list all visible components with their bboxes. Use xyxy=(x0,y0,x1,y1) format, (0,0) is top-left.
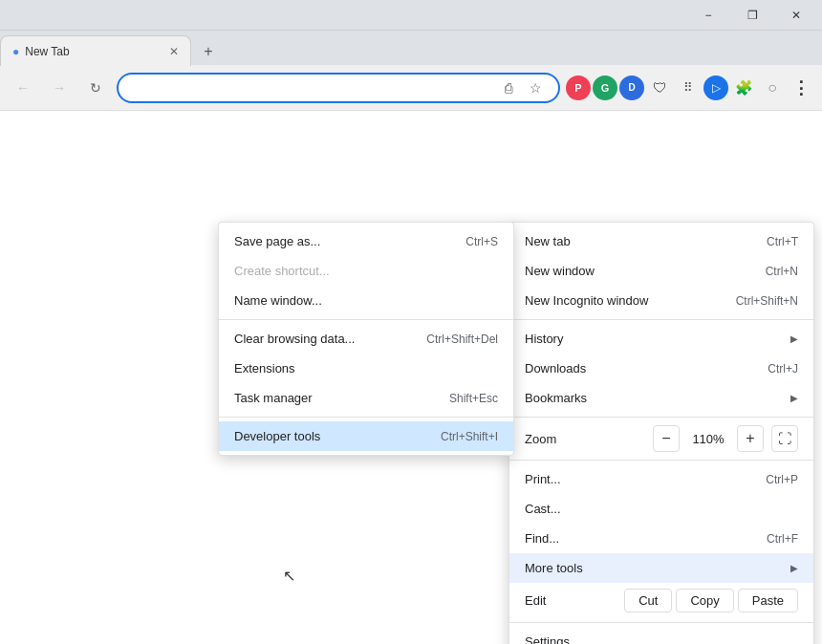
main-dropdown-menu: New tab Ctrl+T New window Ctrl+N New Inc… xyxy=(508,222,814,644)
menu-item-print[interactable]: Print... Ctrl+P xyxy=(509,464,813,494)
menu-label-downloads: Downloads xyxy=(525,361,586,376)
zoom-row: Zoom − 110% + ⛶ xyxy=(509,421,813,456)
sub-menu-label-name-window: Name window... xyxy=(234,293,322,308)
bookmark-icon[interactable]: ☆ xyxy=(524,76,547,99)
menu-item-history[interactable]: History ▶ xyxy=(509,324,813,354)
menu-shortcut-new-window: Ctrl+N xyxy=(766,265,798,278)
menu-arrow-history: ▶ xyxy=(790,333,798,344)
zoom-minus-button[interactable]: − xyxy=(653,425,680,452)
sub-menu-item-create-shortcut: Create shortcut... xyxy=(219,256,513,286)
address-input[interactable] xyxy=(130,80,497,95)
edit-buttons: Cut Copy Paste xyxy=(624,589,798,612)
back-button[interactable]: ← xyxy=(8,73,38,103)
tab-close-icon[interactable]: ✕ xyxy=(169,45,179,58)
zoom-label: Zoom xyxy=(525,432,653,446)
tab-title: New Tab xyxy=(25,45,69,58)
address-icons: ⎙ ☆ xyxy=(497,76,547,99)
sub-menu-shortcut-clear-browsing: Ctrl+Shift+Del xyxy=(426,333,498,346)
menu-item-downloads[interactable]: Downloads Ctrl+J xyxy=(509,354,813,383)
grammarly-icon[interactable]: G xyxy=(593,75,617,100)
menu-item-incognito[interactable]: New Incognito window Ctrl+Shift+N xyxy=(509,286,813,315)
title-bar-buttons: − ❐ ✕ xyxy=(686,0,818,31)
menu-shortcut-incognito: Ctrl+Shift+N xyxy=(736,294,798,308)
zoom-value: 110% xyxy=(687,432,729,446)
dashlane-icon[interactable]: D xyxy=(619,75,644,100)
extension-icons: P G D 🛡 ⠿ ▷ 🧩 ○ ⋮ xyxy=(566,75,814,101)
shield-icon[interactable]: 🛡 xyxy=(646,75,673,101)
sub-menu-divider-1 xyxy=(219,319,513,320)
pocket-icon[interactable]: P xyxy=(566,75,591,100)
menu-divider-3 xyxy=(509,460,813,461)
edit-row: Edit Cut Copy Paste xyxy=(509,583,813,618)
menu-item-new-window[interactable]: New window Ctrl+N xyxy=(509,256,813,286)
menu-divider-4 xyxy=(509,622,813,623)
edit-label: Edit xyxy=(525,593,624,608)
menu-item-bookmarks[interactable]: Bookmarks ▶ xyxy=(509,383,813,413)
restore-button[interactable]: ❐ xyxy=(730,0,774,31)
menu-shortcut-downloads: Ctrl+J xyxy=(768,362,798,376)
media-icon[interactable]: ▷ xyxy=(703,75,728,100)
menu-label-history: History xyxy=(525,332,563,346)
tab-bar: ● New Tab ✕ + xyxy=(0,31,822,65)
browser-tab[interactable]: ● New Tab ✕ xyxy=(0,35,191,66)
sub-menu-shortcut-task-manager: Shift+Esc xyxy=(449,392,498,405)
sub-menu-label-developer-tools: Developer tools xyxy=(234,429,320,443)
sub-menu-item-clear-browsing[interactable]: Clear browsing data... Ctrl+Shift+Del xyxy=(219,324,513,354)
menu-icon[interactable]: ⋮ xyxy=(788,75,814,101)
menu-arrow-more-tools: ▶ xyxy=(790,563,798,573)
menu-label-print: Print... xyxy=(525,472,561,486)
menu-item-cast[interactable]: Cast... xyxy=(509,494,813,524)
menu-label-cast: Cast... xyxy=(525,502,561,516)
menu-shortcut-new-tab: Ctrl+T xyxy=(767,235,798,248)
new-tab-button[interactable]: + xyxy=(195,38,222,65)
close-button[interactable]: ✕ xyxy=(774,0,818,31)
menu-label-bookmarks: Bookmarks xyxy=(525,391,587,405)
minimize-button[interactable]: − xyxy=(686,0,730,31)
tab-favicon: ● xyxy=(12,45,19,58)
menu-label-new-window: New window xyxy=(525,264,595,278)
menu-divider-2 xyxy=(509,417,813,418)
menu-item-new-tab[interactable]: New tab Ctrl+T xyxy=(509,226,813,256)
sub-menu-item-extensions[interactable]: Extensions xyxy=(219,354,513,383)
menu-label-new-tab: New tab xyxy=(525,234,571,248)
menu-arrow-bookmarks: ▶ xyxy=(790,393,798,403)
zoom-plus-button[interactable]: + xyxy=(737,425,764,452)
sub-menu-item-save-page[interactable]: Save page as... Ctrl+S xyxy=(219,226,513,256)
sub-menu-label-save-page: Save page as... xyxy=(234,234,320,248)
title-bar: − ❐ ✕ xyxy=(0,0,822,31)
sub-menu-divider-2 xyxy=(219,417,513,418)
paste-button[interactable]: Paste xyxy=(738,589,798,612)
zoom-fullscreen-button[interactable]: ⛶ xyxy=(771,425,798,452)
mouse-cursor: ↖ xyxy=(283,567,295,585)
menu-item-settings[interactable]: Settings xyxy=(509,627,813,644)
sub-menu-label-clear-browsing: Clear browsing data... xyxy=(234,332,355,346)
forward-button[interactable]: → xyxy=(44,73,75,103)
menu-label-more-tools: More tools xyxy=(525,561,583,575)
multitask-icon[interactable]: ⠿ xyxy=(675,75,702,101)
address-bar: ⎙ ☆ xyxy=(117,73,560,103)
sub-menu-item-task-manager[interactable]: Task manager Shift+Esc xyxy=(219,383,513,413)
reload-button[interactable]: ↻ xyxy=(80,73,111,103)
sub-menu-more-tools: Save page as... Ctrl+S Create shortcut..… xyxy=(218,222,514,456)
sub-menu-item-developer-tools[interactable]: Developer tools Ctrl+Shift+I xyxy=(219,421,513,451)
profile-icon[interactable]: ○ xyxy=(759,75,786,101)
menu-label-settings: Settings xyxy=(525,634,570,644)
menu-shortcut-find: Ctrl+F xyxy=(767,532,798,546)
sub-menu-label-task-manager: Task manager xyxy=(234,391,313,405)
cut-button[interactable]: Cut xyxy=(624,589,672,612)
copy-button[interactable]: Copy xyxy=(676,589,733,612)
menu-label-find: Find... xyxy=(525,531,559,546)
sub-menu-label-create-shortcut: Create shortcut... xyxy=(234,264,330,278)
puzzle-icon[interactable]: 🧩 xyxy=(730,75,757,101)
sub-menu-shortcut-save-page: Ctrl+S xyxy=(465,235,498,248)
menu-shortcut-print: Ctrl+P xyxy=(766,473,798,486)
menu-item-more-tools[interactable]: More tools ▶ xyxy=(509,553,813,583)
browser-content: groovyPost.com New tab Ctrl+T New window… xyxy=(0,111,822,644)
menu-divider-1 xyxy=(509,319,813,320)
nav-bar: ← → ↻ ⎙ ☆ P G D 🛡 ⠿ ▷ 🧩 ○ ⋮ xyxy=(0,65,822,111)
sub-menu-shortcut-developer-tools: Ctrl+Shift+I xyxy=(441,430,498,443)
sub-menu-item-name-window[interactable]: Name window... xyxy=(219,286,513,315)
menu-item-find[interactable]: Find... Ctrl+F xyxy=(509,524,813,553)
menu-label-incognito: New Incognito window xyxy=(525,293,648,308)
share-icon[interactable]: ⎙ xyxy=(497,76,520,99)
